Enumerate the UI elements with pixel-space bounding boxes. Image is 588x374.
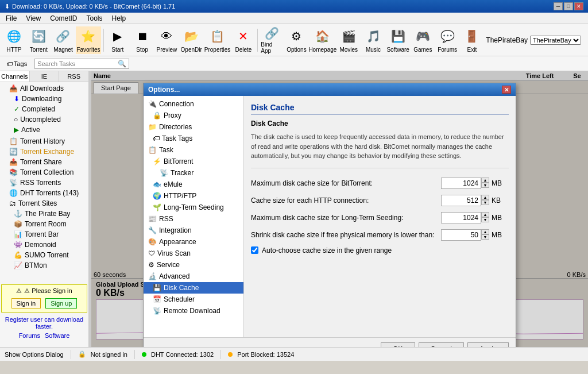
setting-label-max-bittorrent: Maximum disk cache size for BitTorrent: — [251, 179, 441, 187]
sidebar-item-sumo[interactable]: 💪 SUMO Torrent — [0, 250, 88, 260]
sidebar-tab-channels[interactable]: Channels — [0, 71, 30, 82]
maximize-button[interactable]: □ — [564, 2, 573, 10]
menu-help[interactable]: Help — [109, 13, 130, 24]
spin-down-shrink[interactable]: ▼ — [481, 234, 489, 240]
tb2-tags[interactable]: 🏷 Tags — [2, 59, 31, 69]
cancel-button[interactable]: Cancel — [419, 342, 464, 347]
toolbar-games[interactable]: 🎮 Games — [411, 26, 435, 54]
tree-item-connection[interactable]: 🔌 Connection — [144, 98, 243, 110]
close-button[interactable]: ✕ — [574, 2, 583, 10]
menu-cometid[interactable]: CometID — [47, 13, 80, 24]
signin-button[interactable]: Sign in — [11, 298, 41, 309]
toolbar-stop[interactable]: ⏹ Stop — [130, 26, 154, 54]
tree-item-http-ftp[interactable]: 🌍 HTTP/FTP — [144, 190, 243, 202]
sidebar-item-dht-torrents[interactable]: 🌐 DHT Torrents (143) — [0, 188, 88, 198]
torrent-collection-icon: 📚 — [9, 168, 18, 176]
account-dropdown[interactable]: ThePirateBay — [530, 36, 581, 45]
bittorrent-icon: ⚡ — [153, 157, 161, 165]
toolbar-music[interactable]: 🎵 Music — [362, 26, 385, 54]
tree-item-service[interactable]: ⚙ Service — [144, 259, 243, 271]
sidebar-item-completed[interactable]: ✓ Completed — [0, 104, 88, 114]
toolbar-torrent[interactable]: 🔄 Torrent — [27, 26, 51, 54]
menu-tools[interactable]: Tools — [83, 13, 106, 24]
toolbar-preview[interactable]: 👁 Preview — [155, 26, 179, 54]
search-input[interactable] — [37, 60, 118, 67]
spin-down-long-term[interactable]: ▼ — [481, 217, 489, 222]
tree-item-task[interactable]: 📋 Task — [144, 144, 243, 156]
search-icon[interactable]: 🔍 — [118, 60, 126, 68]
sidebar-item-torrent-collection[interactable]: 📚 Torrent Collection — [0, 167, 88, 178]
input-shrink[interactable] — [441, 229, 481, 241]
spin-down-http[interactable]: ▼ — [481, 200, 489, 205]
sidebar-item-torrent-sites[interactable]: 🗂 Torrent Sites — [0, 198, 88, 209]
minimize-button[interactable]: ─ — [554, 2, 563, 10]
tree-item-long-term[interactable]: 🌱 Long-Term Seeding — [144, 202, 243, 213]
sidebar-item-torrent-bar[interactable]: 📊 Torrent Bar — [0, 229, 88, 240]
spin-up-long-term[interactable]: ▲ — [481, 212, 489, 217]
input-long-term[interactable] — [441, 212, 481, 223]
lock-icon: 🔒 — [78, 350, 86, 358]
tree-item-directories[interactable]: 📁 Directories — [144, 121, 243, 133]
tree-item-integration[interactable]: 🔧 Integration — [144, 225, 243, 236]
toolbar-magnet[interactable]: 🔗 Magnet — [52, 26, 75, 54]
spin-down-max-bittorrent[interactable]: ▼ — [481, 183, 489, 188]
torrent-history-icon: 📋 — [9, 137, 18, 145]
toolbar-exit[interactable]: 🚪 Exit — [461, 26, 484, 54]
sidebar-item-torrent-exchange[interactable]: 🔄 Torrent Exchange — [0, 146, 88, 157]
sidebar-item-downloading[interactable]: ⬇ Downloading — [0, 94, 88, 104]
tree-item-rss[interactable]: 📰 RSS — [144, 213, 243, 225]
menu-file[interactable]: File — [2, 13, 20, 24]
signup-button[interactable]: Sign up — [45, 298, 77, 309]
sidebar-item-torrent-history[interactable]: 📋 Torrent History — [0, 136, 88, 146]
spin-up-http[interactable]: ▲ — [481, 195, 489, 200]
spin-up-shrink[interactable]: ▲ — [481, 229, 489, 234]
sidebar-item-demonoid[interactable]: 👾 Demonoid — [0, 240, 88, 250]
toolbar-options[interactable]: ⚙ Options — [285, 26, 308, 54]
sidebar-item-torrent-room[interactable]: 📦 Torrent Room — [0, 219, 88, 229]
tree-item-bittorrent[interactable]: ⚡ BitTorrent — [144, 156, 243, 167]
sidebar-item-all-downloads[interactable]: 📥 All Downloads — [0, 83, 88, 94]
tree-item-remote-download[interactable]: 📡 Remote Download — [144, 305, 243, 317]
tree-item-tracker[interactable]: 📡 Tracker — [144, 167, 243, 179]
menu-view[interactable]: View — [22, 13, 44, 24]
tree-item-appearance[interactable]: 🎨 Appearance — [144, 236, 243, 248]
tree-item-proxy[interactable]: 🔒 Proxy — [144, 110, 243, 121]
sidebar-item-btmon[interactable]: 📈 BTMon — [0, 260, 88, 271]
sidebar-item-active[interactable]: ▶ Active — [0, 125, 88, 135]
input-http[interactable] — [441, 195, 481, 206]
toolbar-software[interactable]: 💾 Software — [386, 26, 409, 54]
tree-item-virus-scan[interactable]: 🛡 Virus Scan — [144, 248, 243, 259]
toolbar-forums[interactable]: 💬 Forums — [436, 26, 459, 54]
tree-item-disk-cache[interactable]: 💾 Disk Cache — [144, 282, 243, 294]
forums-link[interactable]: Forums — [19, 332, 40, 339]
checkbox-auto[interactable] — [251, 246, 258, 254]
apply-button[interactable]: Apply — [467, 342, 509, 347]
toolbar-start[interactable]: ▶ Start — [106, 26, 129, 54]
sidebar-tab-rss[interactable]: RSS — [59, 71, 88, 82]
toolbar-movies[interactable]: 🎬 Movies — [337, 26, 361, 54]
toolbar-properties[interactable]: 📋 Properties — [204, 26, 231, 54]
sidebar-item-pirate-bay[interactable]: ⚓ The Pirate Bay — [0, 209, 88, 219]
dialog-close-button[interactable]: ✕ — [502, 86, 511, 94]
toolbar-favorites[interactable]: ⭐ Favorites — [76, 26, 100, 54]
app-title: Download: 0 KB/s, Upload: 0 KB/s - BitCo… — [12, 3, 175, 10]
spin-up-max-bittorrent[interactable]: ▲ — [481, 178, 489, 183]
setting-row-shrink: Shrink disk cache size if free physical … — [251, 229, 509, 241]
tree-item-scheduler[interactable]: 📅 Scheduler — [144, 294, 243, 305]
sidebar-tab-ie[interactable]: IE — [30, 71, 60, 82]
input-max-bittorrent[interactable] — [441, 178, 481, 189]
toolbar-bindapp[interactable]: 🔗 Bind App — [260, 26, 284, 54]
ok-button[interactable]: OK — [381, 342, 415, 347]
toolbar-delete[interactable]: ✕ Delete — [232, 26, 256, 54]
tree-item-emule[interactable]: 🐟 eMule — [144, 179, 243, 190]
tree-item-task-tags[interactable]: 🏷 Task Tags — [144, 133, 243, 144]
toolbar-opendir[interactable]: 📂 OpenDir — [180, 26, 203, 54]
sidebar-item-uncompleted[interactable]: ○ Uncompleted — [0, 114, 88, 125]
toolbar-http[interactable]: 🌐 HTTP — [2, 26, 26, 54]
sidebar-item-torrent-share[interactable]: 📤 Torrent Share — [0, 157, 88, 167]
toolbar-homepage[interactable]: 🏠 Homepage — [310, 26, 336, 54]
tracker-icon: 📡 — [160, 169, 168, 177]
tree-item-advanced[interactable]: 🔬 Advanced — [144, 271, 243, 282]
software-link[interactable]: Software — [45, 332, 69, 339]
sidebar-item-rss-torrents[interactable]: 📡 RSS Torrents — [0, 178, 88, 188]
